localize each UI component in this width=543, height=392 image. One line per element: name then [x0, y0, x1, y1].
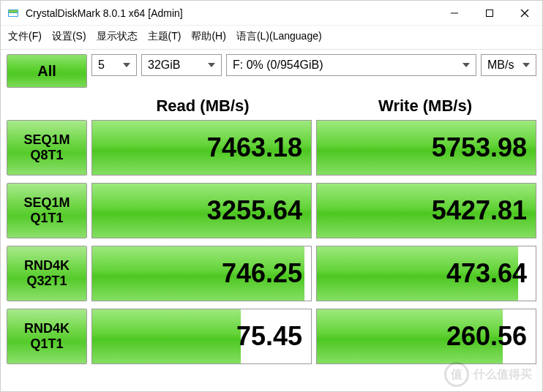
test-button-RND4K-Q1T1[interactable]: RND4K Q1T1: [7, 309, 87, 364]
write-result: 473.64: [316, 246, 536, 301]
maximize-button[interactable]: [472, 1, 507, 25]
unit-dropdown[interactable]: MB/s: [481, 54, 536, 76]
window-title: CrystalDiskMark 8.0.1 x64 [Admin]: [26, 7, 437, 19]
test-button-RND4K-Q32T1[interactable]: RND4K Q32T1: [7, 246, 87, 301]
menu-display[interactable]: 显示状态: [97, 30, 138, 43]
test-row: SEQ1M Q8T1 7463.18 5753.98: [7, 120, 536, 176]
run-all-button[interactable]: All: [7, 54, 87, 88]
write-result: 5427.81: [316, 183, 536, 238]
read-value: 7463.18: [207, 132, 302, 163]
size-value: 32GiB: [148, 59, 180, 72]
svg-rect-1: [9, 10, 18, 12]
write-header: Write (MB/s): [314, 92, 536, 120]
titlebar: CrystalDiskMark 8.0.1 x64 [Admin]: [1, 1, 542, 26]
write-result: 5753.98: [316, 120, 536, 176]
read-header: Read (MB/s): [91, 92, 314, 120]
read-value: 746.25: [222, 258, 302, 289]
svg-rect-4: [487, 10, 493, 16]
read-result: 3255.64: [91, 183, 312, 238]
test-label-line1: SEQ1M: [23, 195, 70, 211]
test-row: SEQ1M Q1T1 3255.64 5427.81: [7, 183, 536, 238]
write-result: 260.56: [316, 309, 536, 364]
results-area: SEQ1M Q8T1 7463.18 5753.98 SEQ1M Q1T1 32…: [1, 120, 542, 370]
test-label-line2: Q32T1: [26, 274, 67, 289]
test-label-line2: Q1T1: [30, 336, 63, 352]
test-label-line1: SEQ1M: [23, 132, 70, 148]
menu-file[interactable]: 文件(F): [8, 30, 42, 43]
run-all-label: All: [37, 63, 56, 80]
write-value: 5427.81: [432, 195, 527, 226]
count-dropdown[interactable]: 5: [91, 54, 137, 76]
write-value: 473.64: [446, 258, 527, 289]
read-value: 3255.64: [207, 195, 302, 226]
size-dropdown[interactable]: 32GiB: [141, 54, 222, 76]
write-value: 260.56: [446, 321, 527, 352]
test-label-line2: Q8T1: [30, 148, 63, 163]
unit-value: MB/s: [487, 59, 514, 72]
read-result: 746.25: [91, 246, 312, 301]
test-label-line2: Q1T1: [30, 211, 63, 226]
menu-settings[interactable]: 设置(S): [52, 30, 86, 43]
write-value: 5753.98: [432, 132, 527, 163]
menu-theme[interactable]: 主题(T): [148, 30, 181, 43]
svg-rect-2: [9, 13, 18, 16]
test-button-SEQ1M-Q8T1[interactable]: SEQ1M Q8T1: [7, 120, 87, 176]
menubar: 文件(F) 设置(S) 显示状态 主题(T) 帮助(H) 语言(L)(Langu…: [1, 26, 542, 50]
read-value: 75.45: [236, 321, 302, 352]
app-icon: [7, 7, 20, 20]
test-row: RND4K Q1T1 75.45 260.56: [7, 309, 536, 364]
window-controls: [437, 1, 542, 25]
menu-help[interactable]: 帮助(H): [191, 30, 225, 43]
test-button-SEQ1M-Q1T1[interactable]: SEQ1M Q1T1: [7, 183, 87, 238]
count-value: 5: [98, 59, 105, 72]
minimize-button[interactable]: [437, 1, 472, 25]
test-label-line1: RND4K: [24, 258, 70, 274]
controls-row: All 5 32GiB F: 0% (0/954GiB) MB/s: [1, 50, 542, 91]
column-headers: Read (MB/s) Write (MB/s): [1, 92, 542, 120]
drive-dropdown[interactable]: F: 0% (0/954GiB): [226, 54, 476, 76]
test-label-line1: RND4K: [24, 321, 70, 336]
read-result: 7463.18: [91, 120, 312, 176]
drive-value: F: 0% (0/954GiB): [233, 59, 323, 72]
close-button[interactable]: [507, 1, 542, 25]
test-row: RND4K Q32T1 746.25 473.64: [7, 246, 536, 301]
menu-language[interactable]: 语言(L)(Language): [236, 30, 322, 43]
read-result: 75.45: [91, 309, 312, 364]
